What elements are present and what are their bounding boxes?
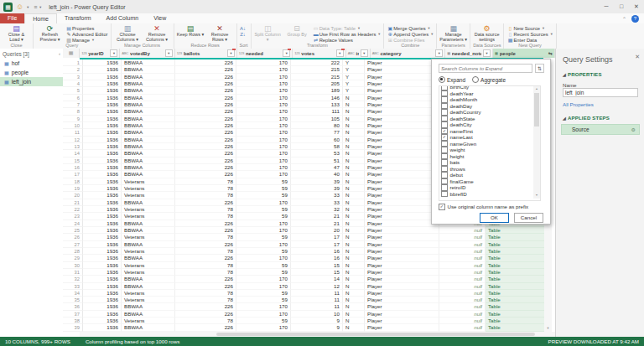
cell-category[interactable]: Player <box>365 213 439 219</box>
cell-needed[interactable]: 170 <box>236 255 291 261</box>
new-source-button[interactable]: ▯New Source▼ <box>506 25 553 31</box>
checklist-item-deathState[interactable]: deathState <box>439 116 540 122</box>
cell-category[interactable]: Player <box>365 129 439 136</box>
cell-yearID[interactable]: 1936 <box>83 255 122 261</box>
remove-rows-button[interactable]: ✕Remove Rows ▾ <box>206 23 234 43</box>
cell-needed[interactable]: 59 <box>236 234 291 240</box>
cell-votedBy[interactable]: BBWAA <box>122 324 175 331</box>
cell-votedBy[interactable]: BBWAA <box>122 80 175 87</box>
cell-votes[interactable]: 10 <box>291 311 343 318</box>
cell-inducted[interactable]: N <box>343 164 365 171</box>
cell-votes[interactable]: 17 <box>291 234 343 240</box>
cell-yearID[interactable]: 1936 <box>83 74 122 80</box>
checklist-item-height[interactable]: height <box>439 153 540 160</box>
row-number[interactable]: 30 <box>63 262 83 269</box>
cell-ballots[interactable]: 78 <box>175 290 236 297</box>
cell-votedBy[interactable]: BBWAA <box>122 59 175 66</box>
row-number[interactable]: 37 <box>63 311 83 318</box>
checklist-item-deathCity[interactable]: deathCity <box>439 121 540 128</box>
checkbox-unchecked-icon[interactable] <box>441 116 448 122</box>
cell-votes[interactable]: 33 <box>291 192 343 199</box>
row-number[interactable]: 32 <box>63 276 83 282</box>
use-prefix-checkbox[interactable]: ✓ Use original column name as prefix <box>439 204 528 210</box>
cell-needed[interactable]: 59 <box>236 248 291 255</box>
cell-ballots[interactable]: 226 <box>175 311 236 318</box>
cell-ballots[interactable]: 78 <box>175 297 236 303</box>
cell-yearID[interactable]: 1936 <box>83 303 122 310</box>
cell-category[interactable]: Player <box>365 59 439 66</box>
cell-votedBy[interactable]: BBWAA <box>122 255 175 261</box>
cell-votes[interactable]: 11 <box>291 297 343 303</box>
cell-ballots[interactable]: 226 <box>175 276 236 282</box>
cell-votes[interactable]: 12 <box>291 283 343 290</box>
cell-votedBy[interactable]: Veterans <box>122 192 175 199</box>
cell-votes[interactable]: 39 <box>291 185 343 192</box>
sort-columns-icon[interactable]: ⇅ <box>535 64 544 73</box>
column-header-votedBy[interactable]: ABCvotedBy▼ <box>120 49 174 58</box>
cell-votes[interactable]: 60 <box>291 137 343 143</box>
cell-votedBy[interactable]: BBWAA <box>122 171 175 178</box>
cell-needed[interactable]: 170 <box>236 87 291 94</box>
cell-needed_note[interactable]: null <box>439 297 486 303</box>
cell-needed[interactable]: 170 <box>236 95 291 101</box>
cell-votes[interactable]: 40 <box>291 171 343 178</box>
cell-inducted[interactable]: Y <box>343 66 365 73</box>
select-all-corner[interactable]: ▦ <box>63 49 80 58</box>
cell-votes[interactable]: 15 <box>291 269 343 276</box>
sort-descending-button[interactable]: Z↓ <box>240 31 247 37</box>
cell-ballots[interactable]: 226 <box>175 122 236 129</box>
filter-icon[interactable]: ▼ <box>361 49 368 57</box>
column-header-yearID[interactable]: 123yearID▼ <box>80 49 120 58</box>
cell-needed[interactable]: 170 <box>236 171 291 178</box>
cell-ballots[interactable]: 226 <box>175 303 236 310</box>
row-number[interactable]: 21 <box>63 199 83 206</box>
cell-needed[interactable]: 170 <box>236 158 291 164</box>
cell-people[interactable]: Table <box>486 318 547 324</box>
cell-needed[interactable]: 59 <box>236 262 291 269</box>
cell-ballots[interactable]: 226 <box>175 158 236 164</box>
cell-votes[interactable]: 189 <box>291 87 343 94</box>
manage-parameters-button[interactable]: ▦Manage Parameters ▾ <box>439 23 467 43</box>
cell-inducted[interactable]: N <box>343 150 365 157</box>
cell-votedBy[interactable]: BBWAA <box>122 227 175 234</box>
checkbox-unchecked-icon[interactable] <box>441 121 448 128</box>
cell-votedBy[interactable]: Veterans <box>122 297 175 303</box>
checkbox-unchecked-icon[interactable] <box>441 153 448 160</box>
cell-inducted[interactable]: N <box>343 213 365 219</box>
cell-inducted[interactable]: Y <box>343 80 365 87</box>
cell-inducted[interactable]: Y <box>343 74 365 80</box>
row-number[interactable]: 19 <box>63 185 83 192</box>
cell-category[interactable]: Player <box>365 66 439 73</box>
cell-inducted[interactable]: N <box>343 185 365 192</box>
cell-votedBy[interactable]: Veterans <box>122 248 175 255</box>
cell-needed[interactable]: 170 <box>236 150 291 157</box>
checklist-item-bats[interactable]: bats <box>439 159 540 166</box>
cell-ballots[interactable]: 78 <box>175 234 236 240</box>
cell-votes[interactable]: 77 <box>291 129 343 136</box>
cell-votes[interactable]: 133 <box>291 101 343 108</box>
row-number[interactable]: 22 <box>63 206 83 213</box>
merge-queries-button[interactable]: ▣Merge Queries▼ <box>387 25 434 31</box>
filter-icon[interactable]: ▼ <box>435 49 443 57</box>
cell-yearID[interactable]: 1936 <box>83 206 122 213</box>
cell-needed_note[interactable]: null <box>439 241 486 248</box>
cell-yearID[interactable]: 1936 <box>83 213 122 219</box>
cell-yearID[interactable]: 1936 <box>83 234 122 240</box>
cell-category[interactable]: Player <box>365 74 439 80</box>
cell-yearID[interactable]: 1936 <box>83 66 122 73</box>
checklist-item-finalGame[interactable]: finalGame <box>439 178 540 185</box>
cell-yearID[interactable]: 1936 <box>83 143 122 150</box>
checklist-scroll-thumb[interactable] <box>534 93 539 127</box>
row-number[interactable]: 23 <box>63 213 83 219</box>
cell-votes[interactable]: 111 <box>291 108 343 115</box>
cell-votedBy[interactable]: BBWAA <box>122 122 175 129</box>
properties-button[interactable]: ▤Properties <box>65 25 108 31</box>
cell-people[interactable]: Table <box>486 290 547 297</box>
cell-needed_note[interactable]: null <box>439 311 486 318</box>
cell-yearID[interactable]: 1936 <box>83 283 122 290</box>
cell-category[interactable]: Player <box>365 234 439 240</box>
cell-votes[interactable]: 58 <box>291 143 343 150</box>
checkbox-unchecked-icon[interactable] <box>441 191 448 198</box>
cell-ballots[interactable]: 78 <box>175 213 236 219</box>
cell-inducted[interactable]: N <box>343 199 365 206</box>
